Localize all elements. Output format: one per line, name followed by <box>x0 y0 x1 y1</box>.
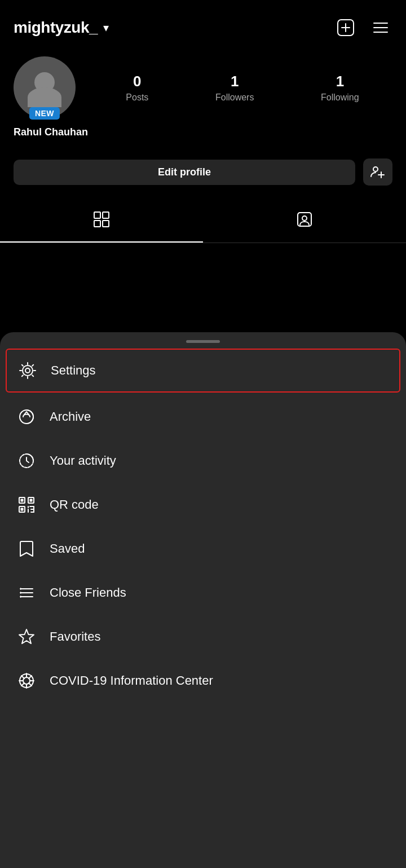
svg-rect-24 <box>21 508 24 511</box>
favorites-icon <box>16 626 37 647</box>
stat-followers[interactable]: 1 Followers <box>215 73 254 103</box>
top-icons <box>334 16 392 39</box>
covid-label: COVID-19 Information Center <box>50 673 213 688</box>
stats-row: 0 Posts 1 Followers 1 Following <box>92 73 392 103</box>
grid-icon <box>92 210 111 232</box>
following-label: Following <box>321 92 359 103</box>
svg-marker-37 <box>19 629 34 644</box>
menu-item-saved[interactable]: Saved <box>0 527 406 571</box>
menu-item-favorites[interactable]: Favorites <box>0 615 406 659</box>
svg-rect-22 <box>21 499 24 502</box>
qr-icon <box>16 494 37 515</box>
svg-line-47 <box>21 683 24 686</box>
menu-item-covid[interactable]: COVID-19 Information Center <box>0 659 406 703</box>
svg-marker-35 <box>20 592 23 594</box>
profile-row: NEW 0 Posts 1 Followers 1 Following <box>14 56 392 118</box>
avatar-body <box>28 87 61 107</box>
svg-rect-12 <box>103 221 109 227</box>
new-badge: NEW <box>29 107 60 120</box>
svg-rect-9 <box>94 212 100 218</box>
menu-item-close-friends[interactable]: Close Friends <box>0 571 406 615</box>
add-post-button[interactable] <box>334 16 358 39</box>
stat-following[interactable]: 1 Following <box>321 73 359 103</box>
settings-label: Settings <box>51 363 96 378</box>
svg-rect-23 <box>30 499 33 502</box>
menu-item-your-activity[interactable]: Your activity <box>0 439 406 483</box>
avatar-container[interactable]: NEW <box>14 56 76 118</box>
username-area[interactable]: mightyzuk_ ▾ <box>14 19 109 37</box>
svg-point-14 <box>302 216 307 221</box>
svg-rect-11 <box>94 221 100 227</box>
archive-label: Archive <box>50 409 91 424</box>
bottom-sheet: Settings Archive Your activity <box>0 332 406 868</box>
add-friend-button[interactable] <box>363 158 392 186</box>
menu-item-settings[interactable]: Settings <box>6 349 400 393</box>
tagged-icon <box>295 210 314 232</box>
svg-point-6 <box>373 167 378 171</box>
activity-icon <box>16 450 37 472</box>
posts-count: 0 <box>133 73 141 90</box>
followers-count: 1 <box>231 73 239 90</box>
chevron-down-icon[interactable]: ▾ <box>103 21 109 34</box>
activity-label: Your activity <box>50 453 116 468</box>
top-bar: mightyzuk_ ▾ <box>0 0 406 51</box>
profile-section: NEW 0 Posts 1 Followers 1 Following Rahu… <box>0 51 406 149</box>
profile-name: Rahul Chauhan <box>14 126 392 138</box>
svg-line-44 <box>21 676 24 678</box>
edit-profile-button[interactable]: Edit profile <box>14 160 355 185</box>
menu-item-qr-code[interactable]: QR code <box>0 483 406 527</box>
menu-item-archive[interactable]: Archive <box>0 395 406 439</box>
svg-rect-10 <box>103 212 109 218</box>
username-text: mightyzuk_ <box>14 19 98 37</box>
tab-tagged[interactable] <box>203 200 406 243</box>
tab-grid[interactable] <box>0 200 203 243</box>
avatar-person-shape <box>25 68 64 107</box>
buttons-row: Edit profile <box>0 149 406 195</box>
close-friends-icon <box>16 582 37 603</box>
qr-label: QR code <box>50 497 99 512</box>
svg-point-15 <box>25 368 30 373</box>
svg-point-16 <box>23 365 33 376</box>
saved-label: Saved <box>50 541 85 556</box>
svg-marker-36 <box>20 596 23 598</box>
svg-line-46 <box>29 676 32 678</box>
covid-icon <box>16 670 37 691</box>
svg-line-45 <box>29 683 32 686</box>
stat-posts[interactable]: 0 Posts <box>126 73 148 103</box>
close-friends-label: Close Friends <box>50 585 126 600</box>
following-count: 1 <box>336 73 344 90</box>
svg-marker-34 <box>20 588 23 590</box>
tabs-row <box>0 200 406 243</box>
settings-icon <box>17 360 38 381</box>
archive-icon <box>16 406 37 428</box>
followers-label: Followers <box>215 92 254 103</box>
sheet-handle <box>186 340 220 343</box>
posts-label: Posts <box>126 92 148 103</box>
hamburger-menu-button[interactable] <box>369 16 392 39</box>
saved-icon <box>16 538 37 559</box>
favorites-label: Favorites <box>50 629 100 644</box>
